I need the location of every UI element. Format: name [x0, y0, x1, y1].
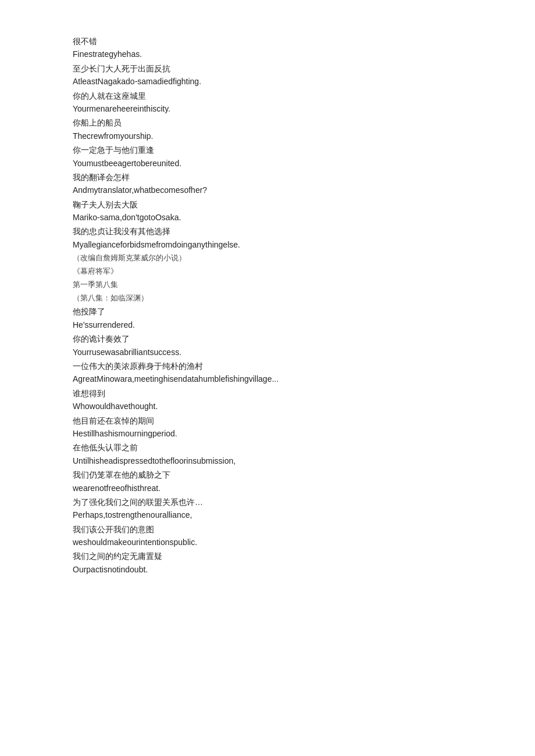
content-block: 你船上的船员Thecrewfromyourship.: [73, 116, 462, 142]
content-block: 我们之间的约定无庸置疑Ourpactisnotindoubt.: [73, 550, 462, 576]
chinese-line: 你的人就在这座城里: [73, 89, 462, 102]
chinese-line: 鞠子夫人别去大阪: [73, 198, 462, 211]
english-line: Myallegianceforbidsmefromdoinganythingel…: [73, 238, 462, 251]
chinese-line: 至少长门大人死于出面反抗: [73, 62, 462, 75]
chinese-line: 我的翻译会怎样: [73, 171, 462, 184]
chinese-line: （改编自詹姆斯克莱威尔的小说）: [73, 252, 462, 264]
main-content: 很不错Finestrategyhehas.至少长门大人死于出面反抗Atleast…: [73, 35, 462, 576]
content-block: 为了强化我们之间的联盟关系也许…Perhaps,tostrengthenoura…: [73, 496, 462, 522]
chinese-line: 为了强化我们之间的联盟关系也许…: [73, 496, 462, 508]
chinese-line: 我们之间的约定无庸置疑: [73, 550, 462, 562]
chinese-line: 谁想得到: [73, 387, 462, 400]
content-block: 第一季第八集: [73, 279, 462, 291]
english-line: Whowouldhavethought.: [73, 400, 462, 413]
english-line: weshouldmakeourintentionspublic.: [73, 536, 462, 549]
content-block: 我们该公开我们的意图weshouldmakeourintentionspubli…: [73, 523, 462, 549]
content-block: 在他低头认罪之前Untilhisheadispressedtothefloori…: [73, 441, 462, 467]
chinese-line: 我们仍笼罩在他的威胁之下: [73, 468, 462, 481]
content-block: 《幕府将军》: [73, 266, 462, 278]
chinese-line: 《幕府将军》: [73, 266, 462, 278]
english-line: He'ssurrendered.: [73, 318, 462, 331]
content-block: 他投降了He'ssurrendered.: [73, 305, 462, 331]
content-block: 一位伟大的美浓原葬身于纯朴的渔村AgreatMinowara,meetinghi…: [73, 360, 462, 386]
content-block: 很不错Finestrategyhehas.: [73, 35, 462, 61]
content-block: 你的人就在这座城里Yourmenareheereinthiscity.: [73, 89, 462, 116]
chinese-line: 你船上的船员: [73, 116, 462, 129]
content-block: 我的忠贞让我没有其他选择Myallegianceforbidsmefromdoi…: [73, 225, 462, 251]
english-line: Hestillhashismourningperiod.: [73, 427, 462, 440]
english-line: Thecrewfromyourship.: [73, 130, 462, 142]
english-line: Youmustbeeagertobereunited.: [73, 157, 462, 170]
content-block: 他目前还在哀悼的期间Hestillhashismourningperiod.: [73, 414, 462, 440]
content-block: （第八集：如临深渊）: [73, 292, 462, 304]
chinese-line: 第一季第八集: [73, 279, 462, 291]
chinese-line: （第八集：如临深渊）: [73, 292, 462, 304]
chinese-line: 我的忠贞让我没有其他选择: [73, 225, 462, 238]
chinese-line: 你的诡计奏效了: [73, 332, 462, 345]
chinese-line: 你一定急于与他们重逢: [73, 144, 462, 156]
english-line: Finestrategyhehas.: [73, 48, 462, 60]
chinese-line: 他目前还在哀悼的期间: [73, 414, 462, 427]
content-block: 鞠子夫人别去大阪Mariko-sama,don'tgotoOsaka.: [73, 198, 462, 224]
content-block: 谁想得到Whowouldhavethought.: [73, 387, 462, 413]
content-block: 我的翻译会怎样Andmytranslator,whatbecomesofher?: [73, 171, 462, 197]
content-block: 你的诡计奏效了Yourrusewasabrilliantsuccess.: [73, 332, 462, 359]
chinese-line: 很不错: [73, 35, 462, 48]
english-line: Ourpactisnotindoubt.: [73, 563, 462, 576]
english-line: AgreatMinowara,meetinghisendatahumblefis…: [73, 372, 462, 385]
content-block: 至少长门大人死于出面反抗AtleastNagakado-samadiedfigh…: [73, 62, 462, 88]
english-line: Yourmenareheereinthiscity.: [73, 102, 462, 115]
chinese-line: 他投降了: [73, 305, 462, 318]
content-block: （改编自詹姆斯克莱威尔的小说）: [73, 252, 462, 264]
content-block: 你一定急于与他们重逢Youmustbeeagertobereunited.: [73, 144, 462, 170]
english-line: Perhaps,tostrengthenouralliance,: [73, 508, 462, 521]
english-line: Andmytranslator,whatbecomesofher?: [73, 184, 462, 196]
chinese-line: 在他低头认罪之前: [73, 441, 462, 454]
english-line: Yourrusewasabrilliantsuccess.: [73, 346, 462, 359]
english-line: AtleastNagakado-samadiedfighting.: [73, 75, 462, 88]
english-line: Untilhisheadispressedtothefloorinsubmiss…: [73, 454, 462, 467]
chinese-line: 我们该公开我们的意图: [73, 523, 462, 536]
english-line: wearenotfreeofhisthreat.: [73, 482, 462, 495]
english-line: Mariko-sama,don'tgotoOsaka.: [73, 211, 462, 224]
chinese-line: 一位伟大的美浓原葬身于纯朴的渔村: [73, 360, 462, 372]
content-block: 我们仍笼罩在他的威胁之下wearenotfreeofhisthreat.: [73, 468, 462, 495]
